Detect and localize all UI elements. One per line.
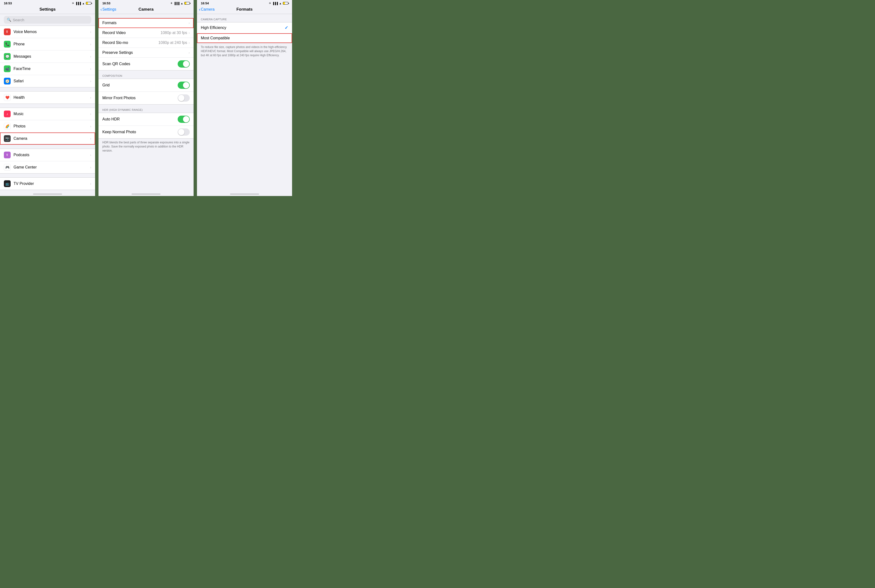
toggle-mirror-front[interactable]	[178, 94, 190, 102]
label-preserve: Preserve Settings	[102, 51, 189, 55]
icon-safari: 🧭	[4, 78, 10, 84]
back-to-settings[interactable]: ‹ Settings	[100, 7, 116, 12]
search-bar[interactable]: 🔍 Search	[4, 16, 91, 24]
signal-icon-3: ▐▐▐	[272, 2, 278, 5]
settings-scroll: 🔍 Search 🎙 Voice Memos › 📞 Phone ›	[0, 14, 95, 192]
chevron-record-video: ›	[189, 31, 190, 35]
toggle-keep-normal[interactable]	[178, 128, 190, 136]
label-photos: Photos	[13, 124, 90, 128]
wifi-icon-2: ▲	[181, 2, 183, 5]
panel-formats: 16:54 ✈ ▐▐▐ ▲ ‹ Camera Formats CAMERA CA…	[197, 0, 292, 196]
label-grid: Grid	[102, 83, 178, 87]
camera-row-record-video[interactable]: Record Video 1080p at 30 fps ›	[99, 28, 193, 38]
settings-row-photos[interactable]: 🌈 Photos ›	[0, 120, 95, 132]
label-facetime: FaceTime	[13, 67, 90, 71]
label-camera: Camera	[13, 136, 90, 141]
section-hdr: HDR (HIGH DYNAMIC RANGE) Auto HDR Keep N…	[99, 108, 193, 153]
panel-camera: 16:53 ✈ ▐▐▐ ▲ ‹ Settings Camera Formats …	[99, 0, 193, 196]
camera-row-record-slomo[interactable]: Record Slo-mo 1080p at 240 fps ›	[99, 38, 193, 48]
panel-settings: 16:53 ✈ ▐▐▐ ▲ Settings 🔍 Search 🎙 Voice …	[0, 0, 95, 196]
camera-row-keep-normal: Keep Normal Photo	[99, 126, 193, 138]
icon-tvprovider: 📺	[4, 180, 10, 187]
chevron-photos: ›	[90, 124, 91, 128]
chevron-health: ›	[90, 96, 91, 99]
section-header-camera-capture: CAMERA CAPTURE	[197, 18, 292, 22]
settings-group-entertainment: 🎙 Podcasts › 🎮 Game Center ›	[0, 149, 95, 174]
back-to-camera[interactable]: ‹ Camera	[199, 7, 214, 12]
settings-title: Settings	[39, 7, 55, 12]
settings-row-music[interactable]: ♪ Music ›	[0, 108, 95, 120]
home-indicator-3	[197, 192, 292, 196]
nav-bar-2: ‹ Settings Camera	[99, 6, 193, 14]
chevron-formats: ›	[189, 21, 190, 25]
section-composition: COMPOSITION Grid Mirror Front Photos	[99, 74, 193, 105]
value-record-slomo: 1080p at 240 fps	[158, 40, 187, 45]
chevron-voice-memos: ›	[90, 30, 91, 34]
location-icon-3: ✈	[269, 2, 271, 5]
settings-row-facetime[interactable]: 📹 FaceTime ›	[0, 63, 95, 75]
label-record-video: Record Video	[102, 31, 160, 35]
label-music: Music	[13, 112, 90, 116]
divider-2	[193, 0, 197, 196]
time-3: 16:54	[201, 2, 209, 5]
camera-row-auto-hdr: Auto HDR	[99, 113, 193, 126]
settings-row-tvprovider[interactable]: 📺 TV Provider ›	[0, 178, 95, 190]
time-2: 16:53	[102, 2, 110, 5]
back-label-2: Settings	[102, 7, 116, 12]
chevron-music: ›	[90, 112, 91, 116]
nav-bar-3: ‹ Camera Formats	[197, 6, 292, 14]
status-icons-3: ✈ ▐▐▐ ▲	[269, 2, 288, 5]
back-chevron-2: ‹	[100, 7, 102, 12]
settings-row-camera[interactable]: 📷 Camera ›	[0, 132, 95, 145]
home-indicator-1	[0, 192, 95, 196]
camera-row-formats[interactable]: Formats ›	[99, 18, 193, 28]
section-camera-capture: CAMERA CAPTURE High Efficiency ✓ Most Co…	[197, 18, 292, 58]
toggle-grid[interactable]	[178, 82, 190, 89]
search-icon: 🔍	[7, 18, 11, 22]
formats-row-high-efficiency[interactable]: High Efficiency ✓	[197, 22, 292, 33]
settings-row-health[interactable]: ❤️ Health ›	[0, 92, 95, 104]
chevron-camera: ›	[90, 136, 91, 141]
back-label-3: Camera	[201, 7, 214, 12]
camera-row-grid: Grid	[99, 79, 193, 92]
label-formats: Formats	[102, 21, 189, 25]
settings-row-safari[interactable]: 🧭 Safari ›	[0, 75, 95, 87]
formats-scroll: CAMERA CAPTURE High Efficiency ✓ Most Co…	[197, 14, 292, 192]
label-safari: Safari	[13, 79, 90, 83]
chevron-tvprovider: ›	[90, 182, 91, 186]
formats-row-most-compatible[interactable]: Most Compatible	[197, 33, 292, 43]
chevron-facetime: ›	[90, 67, 91, 71]
chevron-podcasts: ›	[90, 153, 91, 157]
composition-group: Grid Mirror Front Photos	[99, 79, 193, 105]
camera-group-1: Formats › Record Video 1080p at 30 fps ›…	[99, 18, 193, 70]
divider-1	[95, 0, 99, 196]
label-auto-hdr: Auto HDR	[102, 117, 178, 122]
settings-row-voice-memos[interactable]: 🎙 Voice Memos ›	[0, 26, 95, 38]
status-bar-3: 16:54 ✈ ▐▐▐ ▲	[197, 0, 292, 6]
settings-group-tv: 📺 TV Provider ›	[0, 177, 95, 190]
icon-facetime: 📹	[4, 65, 10, 72]
settings-row-gamecenter[interactable]: 🎮 Game Center ›	[0, 161, 95, 173]
settings-row-phone[interactable]: 📞 Phone ›	[0, 38, 95, 51]
label-phone: Phone	[13, 42, 90, 46]
hdr-group: Auto HDR Keep Normal Photo	[99, 113, 193, 138]
signal-icon: ▐▐▐	[75, 2, 81, 5]
section-header-hdr: HDR (HIGH DYNAMIC RANGE)	[99, 108, 193, 113]
label-most-compatible: Most Compatible	[201, 36, 288, 40]
camera-row-scan-qr: Scan QR Codes	[99, 58, 193, 70]
status-bar-2: 16:53 ✈ ▐▐▐ ▲	[99, 0, 193, 6]
camera-scroll: Formats › Record Video 1080p at 30 fps ›…	[99, 14, 193, 192]
camera-row-preserve[interactable]: Preserve Settings ›	[99, 48, 193, 58]
chevron-safari: ›	[90, 79, 91, 83]
icon-photos: 🌈	[4, 123, 10, 130]
toggle-auto-hdr[interactable]	[178, 116, 190, 123]
icon-phone: 📞	[4, 41, 10, 48]
icon-health: ❤️	[4, 94, 10, 101]
settings-row-podcasts[interactable]: 🎙 Podcasts ›	[0, 149, 95, 161]
camera-row-mirror-front: Mirror Front Photos	[99, 92, 193, 104]
settings-row-messages[interactable]: 💬 Messages ›	[0, 51, 95, 63]
nav-bar-1: Settings	[0, 6, 95, 14]
toggle-scan-qr[interactable]	[178, 60, 190, 68]
label-record-slomo: Record Slo-mo	[102, 40, 158, 45]
label-scan-qr: Scan QR Codes	[102, 62, 178, 66]
